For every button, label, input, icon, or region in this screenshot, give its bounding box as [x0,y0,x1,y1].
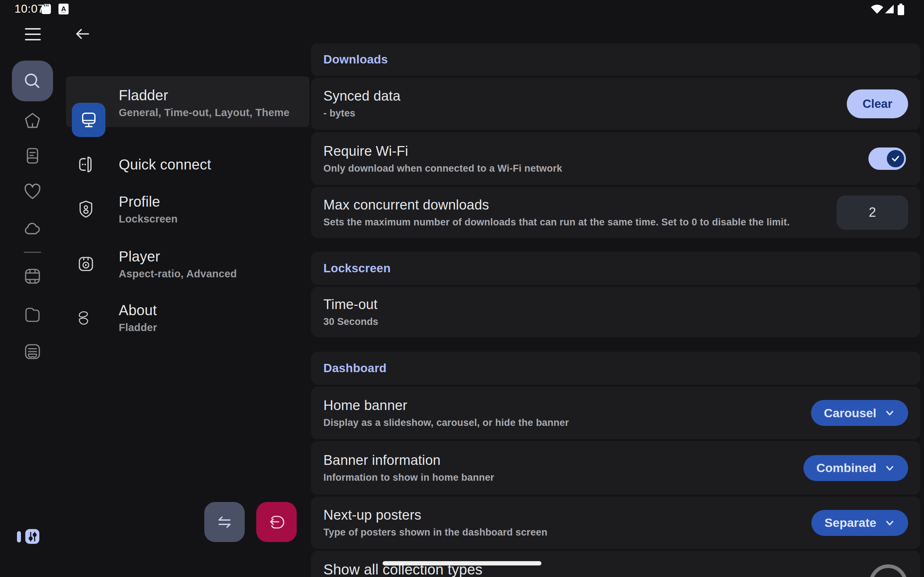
search-icon [23,72,42,90]
nav-item-title: Quick connect [119,156,211,173]
logout-icon [266,511,287,533]
row-max-concurrent-downloads[interactable]: Max concurrent downloads Sets the maximu… [311,187,921,238]
collections-icon[interactable] [24,343,41,360]
nav-item-subtitle: General, Time-out, Layout, Theme [119,107,289,119]
max-downloads-input[interactable]: 2 [837,195,908,230]
section-header-label: Downloads [323,53,388,66]
nav-item-title: Player [119,248,237,265]
quick-connect-icon [76,155,95,174]
row-timeout[interactable]: Time-out 30 Seconds [311,287,921,337]
row-title: Synced data [323,89,400,104]
battery-icon [897,3,905,15]
favorites-heart-icon[interactable] [24,183,41,200]
chevron-down-icon [884,463,895,474]
section-header-downloads: Downloads [311,43,921,76]
row-subtitle: Information to show in home banner [323,472,494,483]
rail-item-search-active[interactable] [12,61,53,102]
next-up-posters-dropdown[interactable]: Separate [811,510,908,536]
row-title: Next-up posters [323,508,548,523]
row-next-up-posters[interactable]: Next-up posters Type of posters shown in… [311,496,921,549]
section-header-label: Lockscreen [323,261,391,275]
row-title: Max concurrent downloads [323,197,790,213]
nav-item-subtitle: Aspect-ratio, Advanced [119,268,237,280]
dropdown-value: Combined [816,461,876,475]
chevron-down-icon [884,408,895,418]
row-require-wifi[interactable]: Require Wi-Fi Only download when connect… [311,132,921,185]
menu-icon[interactable] [25,27,41,41]
home-banner-dropdown[interactable]: Carousel [811,400,908,426]
fladder-app-icon [72,103,105,137]
section-header-dashboard: Dashboard [311,351,921,385]
nav-item-quick-connect[interactable]: Quick connect [66,145,309,184]
logout-button[interactable] [256,502,297,542]
nav-item-fladder[interactable]: Fladder General, Time-out, Layout, Theme [66,76,309,127]
library-icon[interactable] [24,147,41,164]
wifi-icon [871,3,884,15]
nav-item-about[interactable]: About Fladder [66,298,309,338]
nav-item-title: About [119,302,157,318]
sdcard-icon [41,3,51,15]
nav-item-player[interactable]: Player Aspect-ratio, Advanced [66,244,309,284]
clock: 10:07 [15,2,44,16]
scroll-drag-handle[interactable] [383,561,541,566]
section-header-lockscreen: Lockscreen [311,252,921,285]
navigation-rail [0,17,65,577]
swap-horizontal-icon [214,512,235,533]
nav-item-title: Profile [119,193,178,210]
edge-indicator-pill [17,531,21,542]
fladder-logo-icon [76,308,95,327]
switch-server-button[interactable] [204,502,245,542]
nav-item-profile[interactable]: Profile Lockscreen [66,189,309,229]
cellular-icon [884,3,894,15]
player-icon [76,255,95,273]
row-subtitle: Sets the maximum number of downloads tha… [323,217,790,228]
back-arrow-icon[interactable] [74,25,91,43]
folders-icon[interactable] [24,306,41,323]
row-subtitle: Display as a slideshow, carousel, or hid… [323,417,569,429]
chevron-down-icon [884,517,895,528]
row-subtitle: Only download when connected to a Wi-Fi … [323,163,562,174]
banner-information-dropdown[interactable]: Combined [803,455,908,481]
require-wifi-toggle[interactable] [868,148,906,170]
nav-item-subtitle: Lockscreen [119,213,178,225]
row-banner-information[interactable]: Banner information Information to show i… [311,441,921,495]
row-title: Banner information [323,453,494,468]
keyboard-layout-icon: A... [58,3,69,15]
section-header-label: Dashboard [323,361,386,375]
row-home-banner[interactable]: Home banner Display as a slideshow, caro… [311,387,921,439]
row-title: Home banner [323,398,569,413]
settings-sliders-badge[interactable] [25,529,39,544]
home-icon[interactable] [24,112,41,129]
row-subtitle: - bytes [323,108,400,119]
row-title: Time-out [323,297,378,312]
nav-item-subtitle: Fladder [119,322,157,334]
rail-divider [24,252,41,253]
toggle-thumb [887,150,904,167]
check-icon [890,153,901,164]
row-title: Require Wi-Fi [323,143,562,159]
status-bar: 10:07 A... [0,0,924,17]
clear-button[interactable]: Clear [847,89,908,118]
monitor-icon [79,110,99,130]
movies-icon[interactable] [24,268,41,285]
cloud-sync-icon[interactable] [24,219,41,237]
sliders-icon [27,531,38,542]
dropdown-value: Carousel [824,406,877,420]
row-subtitle: 30 Seconds [323,316,378,327]
profile-shield-icon [76,200,95,219]
row-synced-data[interactable]: Synced data - bytes Clear [311,77,921,130]
row-subtitle: Type of posters shown in the dashboard s… [323,527,548,538]
nav-item-title: Fladder [119,87,289,103]
dropdown-value: Separate [824,516,876,530]
